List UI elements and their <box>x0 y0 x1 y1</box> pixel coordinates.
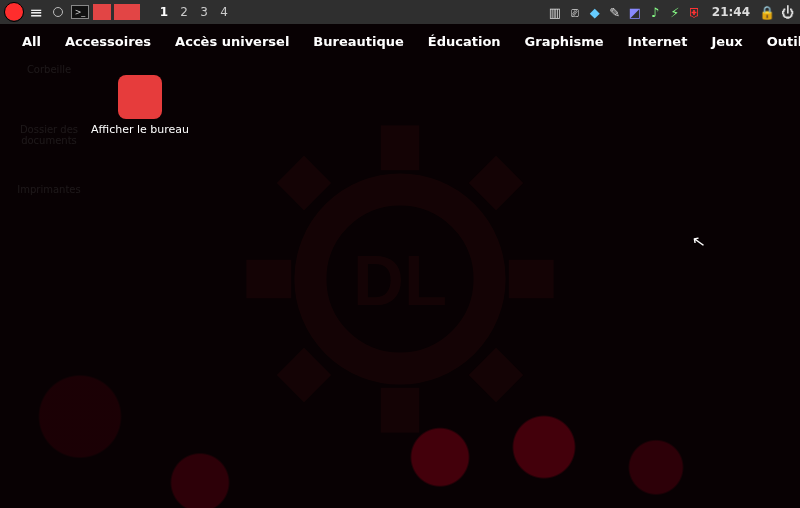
category-accessoires[interactable]: Accessoires <box>53 30 163 53</box>
red-icon <box>118 75 162 119</box>
tray-bluetooth-icon[interactable]: ◆ <box>586 3 604 21</box>
logout-icon[interactable]: ⏻ <box>778 3 796 21</box>
tray-display-icon[interactable]: ▥ <box>546 3 564 21</box>
app-label: Afficher le bureau <box>91 123 189 136</box>
terminal-icon[interactable] <box>70 2 90 22</box>
taskbar-window-2[interactable] <box>114 4 140 20</box>
taskbar: 1234 ▥ ⎚ ◆ ✎ ◩ ♪ ⚡ ⛨ 21:44 🔒 ⏻ <box>0 0 800 24</box>
category-all[interactable]: All <box>10 30 53 53</box>
tray-volume-icon[interactable]: ♪ <box>646 3 664 21</box>
tray-clipboard-icon[interactable]: ✎ <box>606 3 624 21</box>
tray-power-icon[interactable]: ⚡ <box>666 3 684 21</box>
category-accès-universel[interactable]: Accès universel <box>163 30 301 53</box>
category-graphisme[interactable]: Graphisme <box>513 30 616 53</box>
workspace-4[interactable]: 4 <box>214 5 234 19</box>
system-tray: ▥ ⎚ ◆ ✎ ◩ ♪ ⚡ ⛨ 21:44 🔒 ⏻ <box>546 3 796 21</box>
app-grid: Afficher le bureau <box>0 57 800 508</box>
category-internet[interactable]: Internet <box>616 30 700 53</box>
tray-updates-icon[interactable]: ◩ <box>626 3 644 21</box>
workspace-1[interactable]: 1 <box>154 5 174 19</box>
category-bar: AllAccessoiresAccès universelBureautique… <box>0 24 800 57</box>
category-jeux[interactable]: Jeux <box>699 30 754 53</box>
clock[interactable]: 21:44 <box>712 5 750 19</box>
app-launcher: AllAccessoiresAccès universelBureautique… <box>0 24 800 508</box>
taskbar-window-1[interactable] <box>93 4 111 20</box>
app-afficher-le-bureau[interactable]: Afficher le bureau <box>50 71 230 140</box>
launcher-icon[interactable] <box>4 2 24 22</box>
category-éducation[interactable]: Éducation <box>416 30 513 53</box>
workspace-2[interactable]: 2 <box>174 5 194 19</box>
category-bureautique[interactable]: Bureautique <box>301 30 415 53</box>
lock-icon[interactable]: 🔒 <box>758 3 776 21</box>
tray-network-icon[interactable]: ⎚ <box>566 3 584 21</box>
category-outils-sys[interactable]: Outils sys <box>755 30 800 53</box>
menu-icon[interactable] <box>26 2 46 22</box>
show-desktop-icon[interactable] <box>48 2 68 22</box>
tray-shield-icon[interactable]: ⛨ <box>686 3 704 21</box>
workspace-3[interactable]: 3 <box>194 5 214 19</box>
